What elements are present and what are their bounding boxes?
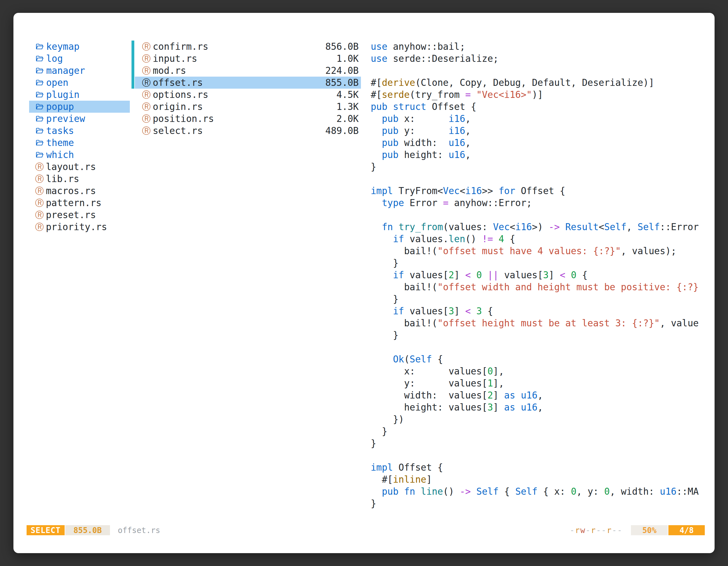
- file-item-mod.rs[interactable]: Ⓡmod.rs224.0B: [135, 65, 361, 77]
- selection-marker: [131, 101, 134, 113]
- rust-file-icon: Ⓡ: [36, 221, 43, 233]
- rust-file-icon: Ⓡ: [143, 101, 150, 113]
- item-label: plugin: [46, 89, 79, 101]
- code-line: [371, 65, 705, 77]
- parent-dir-item-preview[interactable]: preview: [29, 113, 130, 125]
- rust-file-icon: Ⓡ: [143, 125, 150, 137]
- file-preview-pane[interactable]: use anyhow::bail;use serde::Deserialize;…: [371, 41, 705, 523]
- file-item-input.rs[interactable]: Ⓡinput.rs1.0K: [135, 53, 361, 65]
- parent-file-item-preset.rs[interactable]: Ⓡpreset.rs: [29, 209, 130, 221]
- item-label: tasks: [46, 125, 74, 137]
- rust-file-icon: Ⓡ: [36, 161, 43, 173]
- parent-dir-item-theme[interactable]: theme: [29, 137, 130, 149]
- parent-dir-item-keymap[interactable]: keymap: [29, 41, 130, 53]
- folder-icon: [36, 79, 43, 86]
- parent-directory-pane[interactable]: keymaplogmanageropenpluginpopuppreviewta…: [29, 41, 130, 233]
- parent-file-item-layout.rs[interactable]: Ⓡlayout.rs: [29, 161, 130, 173]
- parent-file-item-lib.rs[interactable]: Ⓡlib.rs: [29, 173, 130, 185]
- rust-file-icon: Ⓡ: [36, 185, 43, 197]
- status-bar: SELECT 855.0B offset.rs -rw-r--r-- 50% 4…: [13, 525, 715, 535]
- scroll-percentage-badge: 50%: [631, 525, 668, 535]
- parent-dir-item-manager[interactable]: manager: [29, 65, 130, 77]
- code-line: if values[2] < 0 || values[3] < 0 {: [371, 269, 705, 281]
- item-label: confirm.rs: [153, 41, 208, 53]
- folder-icon: [36, 67, 43, 74]
- item-label: popup: [46, 101, 74, 113]
- status-bar-left: SELECT 855.0B offset.rs: [27, 525, 160, 535]
- status-filename: offset.rs: [118, 526, 160, 535]
- parent-file-item-priority.rs[interactable]: Ⓡpriority.rs: [29, 221, 130, 233]
- current-directory-pane[interactable]: Ⓡconfirm.rs856.0BⓇinput.rs1.0KⓇmod.rs224…: [135, 41, 361, 137]
- file-item-options.rs[interactable]: Ⓡoptions.rs4.5K: [135, 89, 361, 101]
- parent-file-item-pattern.rs[interactable]: Ⓡpattern.rs: [29, 197, 130, 209]
- folder-icon: [36, 140, 43, 146]
- item-label: keymap: [46, 41, 79, 53]
- code-line: bail!("offset width and height must be p…: [371, 281, 705, 293]
- file-item-offset.rs[interactable]: Ⓡoffset.rs855.0B: [135, 77, 361, 89]
- parent-dir-item-which[interactable]: which: [29, 149, 130, 161]
- file-size: 855.0B: [325, 77, 359, 89]
- folder-icon: [36, 116, 43, 122]
- code-line: impl TryFrom<Vec<i16>> for Offset {: [371, 185, 705, 197]
- parent-dir-item-tasks[interactable]: tasks: [29, 125, 130, 137]
- rust-file-icon: Ⓡ: [143, 113, 150, 125]
- code-line: }: [371, 161, 705, 173]
- file-size-badge: 855.0B: [65, 525, 110, 535]
- item-label: which: [46, 149, 74, 161]
- code-line: fn try_from(values: Vec<i16>) -> Result<…: [371, 221, 705, 233]
- item-label: log: [46, 53, 63, 65]
- selection-marker: [131, 77, 134, 89]
- parent-file-item-macros.rs[interactable]: Ⓡmacros.rs: [29, 185, 130, 197]
- file-size: 2.0K: [337, 113, 359, 125]
- item-label: lib.rs: [46, 173, 79, 185]
- file-size: 4.5K: [337, 89, 359, 101]
- code-line: width: values[2] as u16,: [371, 389, 705, 401]
- file-item-select.rs[interactable]: Ⓡselect.rs489.0B: [135, 125, 361, 137]
- folder-icon: [36, 104, 43, 110]
- code-line: y: values[1],: [371, 377, 705, 389]
- code-line: [371, 209, 705, 221]
- selection-marker: [131, 113, 134, 125]
- rust-file-icon: Ⓡ: [143, 89, 150, 101]
- selection-marker: [131, 65, 134, 77]
- folder-icon: [36, 55, 43, 62]
- item-label: preset.rs: [46, 209, 96, 221]
- item-label: offset.rs: [153, 77, 203, 89]
- code-line: #[inline]: [371, 473, 705, 485]
- rust-file-icon: Ⓡ: [143, 53, 150, 65]
- code-line: [371, 173, 705, 185]
- item-label: layout.rs: [46, 161, 96, 173]
- file-item-position.rs[interactable]: Ⓡposition.rs2.0K: [135, 113, 361, 125]
- folder-icon: [36, 128, 43, 134]
- rust-file-icon: Ⓡ: [143, 77, 150, 89]
- parent-dir-item-popup[interactable]: popup: [29, 101, 130, 113]
- code-line: }: [371, 425, 705, 437]
- code-line: bail!("offset must have 4 values: {:?}",…: [371, 245, 705, 257]
- item-label: mod.rs: [153, 65, 186, 77]
- folder-icon: [36, 91, 43, 98]
- code-line: use serde::Deserialize;: [371, 53, 705, 65]
- file-item-confirm.rs[interactable]: Ⓡconfirm.rs856.0B: [135, 41, 361, 53]
- rust-file-icon: Ⓡ: [36, 173, 43, 185]
- parent-dir-item-log[interactable]: log: [29, 53, 130, 65]
- code-line: pub height: u16,: [371, 149, 705, 161]
- parent-dir-item-open[interactable]: open: [29, 77, 130, 89]
- folder-icon: [36, 152, 43, 158]
- code-line: use anyhow::bail;: [371, 41, 705, 53]
- file-size: 489.0B: [325, 125, 359, 137]
- item-label: priority.rs: [46, 221, 107, 233]
- selection-marker: [131, 89, 134, 101]
- mode-badge: SELECT: [27, 525, 65, 535]
- item-label: origin.rs: [153, 101, 203, 113]
- parent-dir-item-plugin[interactable]: plugin: [29, 89, 130, 101]
- item-label: position.rs: [153, 113, 214, 125]
- code-line: pub width: u16,: [371, 137, 705, 149]
- folder-icon: [36, 43, 43, 50]
- code-line: }: [371, 293, 705, 305]
- code-line: pub x: i16,: [371, 113, 705, 125]
- code-line: }: [371, 257, 705, 269]
- code-line: if values[3] < 3 {: [371, 305, 705, 317]
- code-line: x: values[0],: [371, 365, 705, 377]
- file-manager-window: keymaplogmanageropenpluginpopuppreviewta…: [13, 13, 715, 553]
- file-item-origin.rs[interactable]: Ⓡorigin.rs1.3K: [135, 101, 361, 113]
